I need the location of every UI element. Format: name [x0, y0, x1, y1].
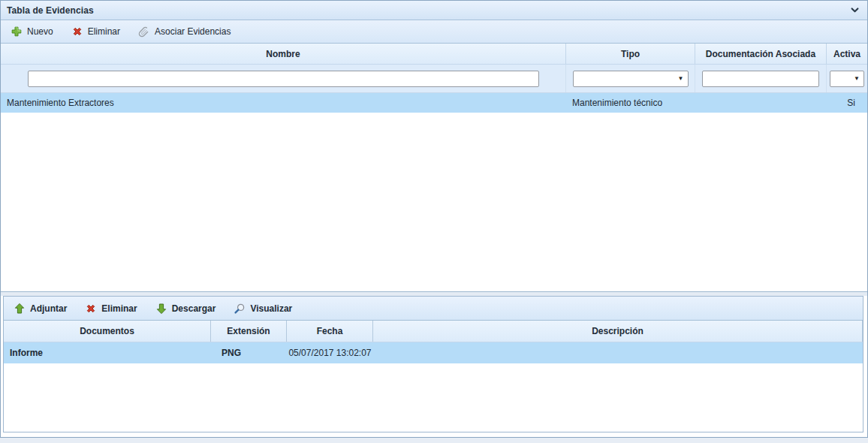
paperclip-icon: [138, 26, 150, 38]
tipo-filter-select[interactable]: ▼: [573, 71, 689, 87]
dropdown-arrow-icon: ▼: [674, 75, 688, 82]
dropdown-arrow-icon: ▼: [850, 75, 863, 82]
filter-cell-nombre: [1, 65, 566, 92]
arrow-up-icon: [14, 303, 26, 315]
evidences-panel: Tabla de Evidencias Nuevo Eliminar: [0, 0, 868, 438]
adjuntar-button[interactable]: Adjuntar: [8, 300, 72, 318]
column-header-activa[interactable]: Activa: [827, 44, 867, 64]
filter-cell-tipo: ▼: [566, 65, 695, 92]
eliminar-documento-button[interactable]: Eliminar: [80, 300, 142, 318]
eliminar-documento-label: Eliminar: [101, 303, 137, 314]
column-header-descripcion[interactable]: Descripción: [373, 321, 863, 342]
descargar-label: Descargar: [172, 303, 216, 314]
documents-grid-header: Documentos Extensión Fecha Descripción: [4, 321, 863, 342]
adjuntar-label: Adjuntar: [30, 303, 67, 314]
descargar-button[interactable]: Descargar: [150, 300, 222, 318]
document-name: Informe: [4, 342, 211, 363]
delete-icon: [85, 303, 97, 315]
asociar-evidencias-button[interactable]: Asociar Evidencias: [133, 23, 236, 41]
arrow-down-icon: [155, 303, 167, 315]
nombre-filter-input[interactable]: [28, 71, 539, 87]
evidences-filter-row: ▼ ▼: [1, 65, 867, 93]
magnifier-icon: [234, 303, 246, 315]
documents-grid-empty-area: [4, 363, 863, 430]
document-fecha: 05/07/2017 13:02:07: [287, 342, 373, 363]
evidences-grid-empty-area: [1, 113, 867, 292]
page-title: Tabla de Evidencias: [7, 5, 94, 16]
eliminar-button[interactable]: Eliminar: [66, 23, 125, 41]
documents-panel: Adjuntar Eliminar Descargar Visualiz: [3, 296, 863, 432]
document-row[interactable]: Informe PNG 05/07/2017 13:02:07: [4, 342, 863, 363]
column-header-tipo[interactable]: Tipo: [566, 44, 695, 64]
nuevo-button[interactable]: Nuevo: [5, 23, 59, 41]
documents-toolbar: Adjuntar Eliminar Descargar Visualiz: [4, 297, 863, 321]
visualizar-label: Visualizar: [250, 303, 292, 314]
evidence-row[interactable]: Mantenimiento Extractores Mantenimiento …: [1, 93, 867, 113]
column-header-documentacion[interactable]: Documentación Asociada: [695, 44, 827, 64]
evidence-documentacion: [695, 93, 827, 113]
plus-icon: [11, 26, 23, 38]
column-header-fecha[interactable]: Fecha: [287, 321, 373, 342]
chevron-down-icon: [850, 5, 860, 15]
column-header-nombre[interactable]: Nombre: [1, 44, 566, 64]
nuevo-label: Nuevo: [27, 26, 53, 37]
column-header-extension[interactable]: Extensión: [211, 321, 287, 342]
collapse-button[interactable]: [848, 4, 861, 17]
documentacion-filter-input[interactable]: [702, 71, 819, 87]
eliminar-label: Eliminar: [88, 26, 120, 37]
delete-icon: [71, 26, 83, 38]
main-toolbar: Nuevo Eliminar Asociar Evidencias: [1, 20, 867, 44]
filter-cell-documentacion: [695, 65, 827, 92]
filter-cell-activa: ▼: [827, 65, 867, 92]
asociar-evidencias-label: Asociar Evidencias: [155, 26, 231, 37]
column-header-documentos[interactable]: Documentos: [4, 321, 211, 342]
activa-filter-select[interactable]: ▼: [830, 71, 864, 87]
evidence-activa: Si: [827, 93, 867, 113]
document-descripcion: [373, 342, 863, 363]
panel-titlebar: Tabla de Evidencias: [1, 1, 867, 20]
evidence-tipo: Mantenimiento técnico: [566, 93, 695, 113]
evidence-nombre: Mantenimiento Extractores: [1, 93, 566, 113]
evidences-grid-header: Nombre Tipo Documentación Asociada Activ…: [1, 44, 867, 65]
visualizar-button[interactable]: Visualizar: [228, 300, 297, 318]
document-extension: PNG: [211, 342, 287, 363]
